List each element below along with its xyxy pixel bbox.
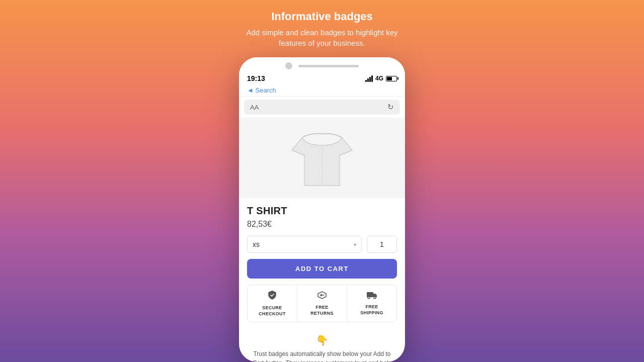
trust-badges-container: SECURE CHECKOUT FREE RETURNS <box>247 285 397 322</box>
battery-fill <box>387 77 392 80</box>
product-name: T SHIRT <box>247 205 397 217</box>
camera-notch <box>285 62 292 69</box>
signal-bars-icon <box>365 75 373 82</box>
free-returns-label: FREE RETURNS <box>310 305 334 316</box>
size-value: xs <box>253 240 260 248</box>
product-info: T SHIRT 82,53€ xs ▾ 1 ADD TO CART <box>239 198 405 334</box>
address-bar[interactable]: AA ↻ <box>244 100 400 115</box>
back-label: ◄ Search <box>247 86 276 94</box>
truck-icon <box>366 291 377 302</box>
returns-icon <box>317 291 327 302</box>
product-controls: xs ▾ 1 <box>247 236 397 253</box>
back-button[interactable]: ◄ Search <box>247 86 276 94</box>
pointing-icon: 👇 <box>247 334 397 346</box>
bottom-section: 👇 Trust badges automatically show below … <box>239 334 405 362</box>
header-subtitle: Add simple and clean badges to highlight… <box>246 27 397 48</box>
notch-bar <box>298 65 359 67</box>
free-returns-badge: FREE RETURNS <box>297 285 347 322</box>
header-section: Informative badges Add simple and clean … <box>246 10 397 48</box>
status-bar: 19:13 4G <box>239 72 405 84</box>
nav-bar: ◄ Search <box>239 84 405 97</box>
secure-checkout-badge: SECURE CHECKOUT <box>248 285 297 322</box>
svg-point-4 <box>368 297 370 299</box>
chevron-down-icon: ▾ <box>354 242 356 247</box>
header-title: Informative badges <box>246 10 397 23</box>
size-select[interactable]: xs ▾ <box>247 236 362 253</box>
phone-top-bar <box>239 57 405 72</box>
page-wrapper: Informative badges Add simple and clean … <box>0 0 644 362</box>
free-shipping-badge: FREE SHIPPING <box>347 285 396 322</box>
product-image-area <box>239 118 405 198</box>
svg-rect-3 <box>367 292 373 297</box>
phone-frame: 19:13 4G ◄ Search AA <box>239 57 405 362</box>
shield-icon <box>268 290 277 303</box>
secure-checkout-label: SECURE CHECKOUT <box>259 305 285 317</box>
product-price: 82,53€ <box>247 220 397 229</box>
quantity-value: 1 <box>380 240 384 248</box>
battery-icon <box>386 76 397 81</box>
bottom-description: Trust badges automatically show below yo… <box>247 349 397 362</box>
network-label: 4G <box>375 75 383 82</box>
quantity-input[interactable]: 1 <box>367 236 397 253</box>
free-shipping-label: FREE SHIPPING <box>360 304 383 316</box>
address-aa-text: AA <box>250 104 259 111</box>
status-time: 19:13 <box>247 74 265 82</box>
svg-point-5 <box>374 297 376 299</box>
status-right: 4G <box>365 75 397 82</box>
tshirt-image <box>289 123 355 193</box>
add-to-cart-button[interactable]: ADD TO CART <box>247 259 397 279</box>
reload-icon[interactable]: ↻ <box>387 103 394 112</box>
